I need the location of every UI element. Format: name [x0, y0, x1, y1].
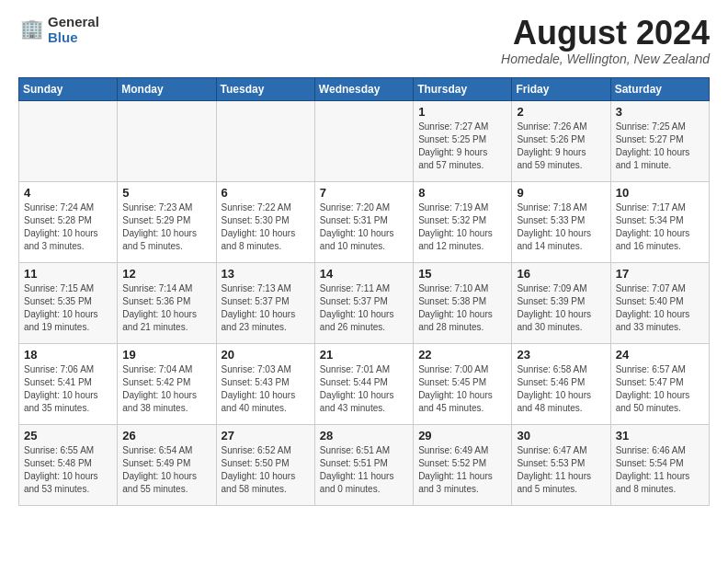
day-number: 17 — [616, 267, 704, 281]
day-info: Sunrise: 7:07 AM Sunset: 5:40 PM Dayligh… — [616, 282, 704, 334]
calendar-week-2: 4Sunrise: 7:24 AM Sunset: 5:28 PM Daylig… — [19, 181, 710, 262]
calendar-cell: 8Sunrise: 7:19 AM Sunset: 5:32 PM Daylig… — [414, 181, 512, 262]
logo-icon: 🏢 — [18, 17, 44, 43]
calendar-cell: 24Sunrise: 6:57 AM Sunset: 5:47 PM Dayli… — [610, 343, 709, 424]
logo-blue-text: Blue — [48, 30, 99, 46]
day-info: Sunrise: 6:52 AM Sunset: 5:50 PM Dayligh… — [222, 444, 310, 496]
calendar-cell: 22Sunrise: 7:00 AM Sunset: 5:45 PM Dayli… — [414, 343, 512, 424]
day-number: 23 — [517, 348, 605, 362]
calendar-week-5: 25Sunrise: 6:55 AM Sunset: 5:48 PM Dayli… — [19, 424, 710, 505]
day-number: 25 — [24, 429, 112, 442]
day-info: Sunrise: 7:14 AM Sunset: 5:36 PM Dayligh… — [122, 282, 210, 334]
day-info: Sunrise: 6:55 AM Sunset: 5:48 PM Dayligh… — [24, 444, 112, 496]
calendar-cell: 17Sunrise: 7:07 AM Sunset: 5:40 PM Dayli… — [610, 262, 709, 343]
calendar-cell: 7Sunrise: 7:20 AM Sunset: 5:31 PM Daylig… — [314, 181, 413, 262]
day-info: Sunrise: 7:26 AM Sunset: 5:26 PM Dayligh… — [517, 121, 605, 172]
day-info: Sunrise: 7:25 AM Sunset: 5:27 PM Dayligh… — [616, 121, 704, 172]
calendar-week-3: 11Sunrise: 7:15 AM Sunset: 5:35 PM Dayli… — [19, 262, 710, 343]
calendar-table: SundayMondayTuesdayWednesdayThursdayFrid… — [18, 77, 710, 506]
logo-text: General Blue — [48, 15, 99, 45]
day-number: 13 — [222, 267, 310, 281]
day-number: 22 — [418, 348, 506, 362]
day-number: 10 — [616, 186, 704, 200]
calendar-cell: 31Sunrise: 6:46 AM Sunset: 5:54 PM Dayli… — [610, 424, 709, 505]
day-info: Sunrise: 7:22 AM Sunset: 5:30 PM Dayligh… — [222, 201, 310, 253]
day-info: Sunrise: 6:49 AM Sunset: 5:52 PM Dayligh… — [418, 444, 506, 496]
logo: 🏢 General Blue — [18, 15, 99, 45]
day-info: Sunrise: 7:15 AM Sunset: 5:35 PM Dayligh… — [24, 282, 112, 334]
calendar-week-1: 1Sunrise: 7:27 AM Sunset: 5:25 PM Daylig… — [19, 100, 710, 181]
day-number: 18 — [24, 348, 112, 362]
calendar-cell — [314, 100, 413, 181]
calendar-cell: 14Sunrise: 7:11 AM Sunset: 5:37 PM Dayli… — [314, 262, 413, 343]
calendar-cell: 21Sunrise: 7:01 AM Sunset: 5:44 PM Dayli… — [314, 343, 413, 424]
logo-general-text: General — [48, 15, 99, 30]
calendar-cell: 9Sunrise: 7:18 AM Sunset: 5:33 PM Daylig… — [512, 181, 610, 262]
day-info: Sunrise: 7:17 AM Sunset: 5:34 PM Dayligh… — [616, 201, 704, 253]
weekday-header-monday: Monday — [118, 77, 216, 100]
calendar-week-4: 18Sunrise: 7:06 AM Sunset: 5:41 PM Dayli… — [19, 343, 710, 424]
calendar-cell: 2Sunrise: 7:26 AM Sunset: 5:26 PM Daylig… — [512, 100, 610, 181]
weekday-header-thursday: Thursday — [414, 77, 512, 100]
calendar-header: SundayMondayTuesdayWednesdayThursdayFrid… — [19, 77, 710, 100]
day-number: 7 — [320, 186, 408, 200]
day-number: 28 — [320, 429, 408, 442]
day-info: Sunrise: 7:00 AM Sunset: 5:45 PM Dayligh… — [418, 363, 506, 415]
day-info: Sunrise: 6:58 AM Sunset: 5:46 PM Dayligh… — [517, 363, 605, 415]
day-number: 3 — [616, 105, 704, 119]
calendar-cell: 29Sunrise: 6:49 AM Sunset: 5:52 PM Dayli… — [414, 424, 512, 505]
calendar-cell: 18Sunrise: 7:06 AM Sunset: 5:41 PM Dayli… — [19, 343, 118, 424]
day-number: 11 — [24, 267, 112, 281]
day-number: 2 — [517, 105, 605, 119]
day-info: Sunrise: 7:23 AM Sunset: 5:29 PM Dayligh… — [122, 201, 210, 253]
calendar-body: 1Sunrise: 7:27 AM Sunset: 5:25 PM Daylig… — [19, 100, 710, 505]
day-number: 9 — [517, 186, 605, 200]
calendar-cell: 28Sunrise: 6:51 AM Sunset: 5:51 PM Dayli… — [314, 424, 413, 505]
calendar-cell: 10Sunrise: 7:17 AM Sunset: 5:34 PM Dayli… — [610, 181, 709, 262]
calendar-cell — [118, 100, 216, 181]
day-info: Sunrise: 7:04 AM Sunset: 5:42 PM Dayligh… — [122, 363, 210, 415]
day-info: Sunrise: 6:51 AM Sunset: 5:51 PM Dayligh… — [320, 444, 408, 496]
calendar-cell: 1Sunrise: 7:27 AM Sunset: 5:25 PM Daylig… — [414, 100, 512, 181]
day-info: Sunrise: 6:46 AM Sunset: 5:54 PM Dayligh… — [616, 444, 704, 496]
day-info: Sunrise: 7:06 AM Sunset: 5:41 PM Dayligh… — [24, 363, 112, 415]
day-number: 1 — [418, 105, 506, 119]
calendar-cell: 3Sunrise: 7:25 AM Sunset: 5:27 PM Daylig… — [610, 100, 709, 181]
day-info: Sunrise: 6:47 AM Sunset: 5:53 PM Dayligh… — [517, 444, 605, 496]
day-number: 5 — [122, 186, 210, 200]
day-number: 8 — [418, 186, 506, 200]
calendar-cell: 12Sunrise: 7:14 AM Sunset: 5:36 PM Dayli… — [118, 262, 216, 343]
calendar-cell: 13Sunrise: 7:13 AM Sunset: 5:37 PM Dayli… — [216, 262, 314, 343]
day-info: Sunrise: 7:03 AM Sunset: 5:43 PM Dayligh… — [222, 363, 310, 415]
day-info: Sunrise: 7:20 AM Sunset: 5:31 PM Dayligh… — [320, 201, 408, 253]
day-number: 27 — [222, 429, 310, 442]
calendar-cell: 26Sunrise: 6:54 AM Sunset: 5:49 PM Dayli… — [118, 424, 216, 505]
weekday-header-wednesday: Wednesday — [314, 77, 413, 100]
day-info: Sunrise: 7:09 AM Sunset: 5:39 PM Dayligh… — [517, 282, 605, 334]
svg-text:🏢: 🏢 — [20, 17, 44, 40]
day-number: 30 — [517, 429, 605, 442]
day-info: Sunrise: 7:01 AM Sunset: 5:44 PM Dayligh… — [320, 363, 408, 415]
weekday-header-saturday: Saturday — [610, 77, 709, 100]
weekday-header-tuesday: Tuesday — [216, 77, 314, 100]
day-number: 16 — [517, 267, 605, 281]
calendar-cell: 11Sunrise: 7:15 AM Sunset: 5:35 PM Dayli… — [19, 262, 118, 343]
calendar-cell: 15Sunrise: 7:10 AM Sunset: 5:38 PM Dayli… — [414, 262, 512, 343]
weekday-header-row: SundayMondayTuesdayWednesdayThursdayFrid… — [19, 77, 710, 100]
calendar-cell — [216, 100, 314, 181]
calendar-cell: 5Sunrise: 7:23 AM Sunset: 5:29 PM Daylig… — [118, 181, 216, 262]
day-number: 20 — [222, 348, 310, 362]
day-info: Sunrise: 6:54 AM Sunset: 5:49 PM Dayligh… — [122, 444, 210, 496]
day-number: 15 — [418, 267, 506, 281]
day-info: Sunrise: 7:19 AM Sunset: 5:32 PM Dayligh… — [418, 201, 506, 253]
calendar-cell: 30Sunrise: 6:47 AM Sunset: 5:53 PM Dayli… — [512, 424, 610, 505]
day-number: 4 — [24, 186, 112, 200]
calendar-cell: 23Sunrise: 6:58 AM Sunset: 5:46 PM Dayli… — [512, 343, 610, 424]
title-block: August 2024 Homedale, Wellington, New Ze… — [501, 15, 710, 66]
calendar-cell — [19, 100, 118, 181]
day-number: 14 — [320, 267, 408, 281]
calendar-cell: 27Sunrise: 6:52 AM Sunset: 5:50 PM Dayli… — [216, 424, 314, 505]
calendar-cell: 4Sunrise: 7:24 AM Sunset: 5:28 PM Daylig… — [19, 181, 118, 262]
day-number: 12 — [122, 267, 210, 281]
day-info: Sunrise: 7:13 AM Sunset: 5:37 PM Dayligh… — [222, 282, 310, 334]
